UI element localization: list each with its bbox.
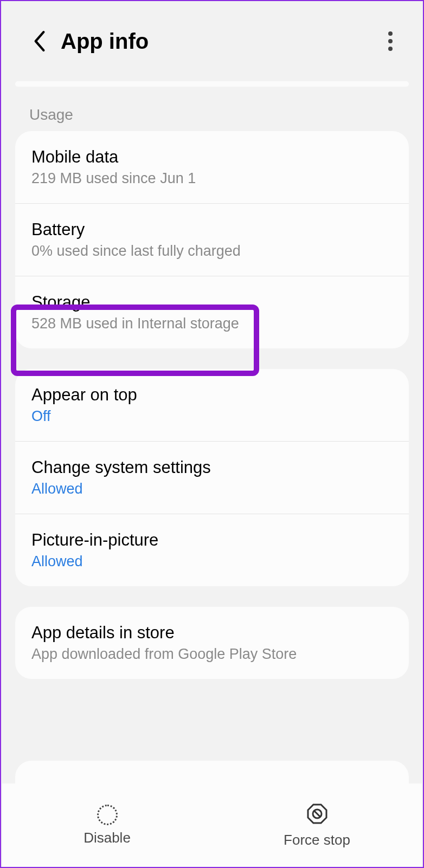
- force-stop-button[interactable]: Force stop: [212, 783, 422, 867]
- mobile-data-item[interactable]: Mobile data 219 MB used since Jun 1: [15, 131, 409, 204]
- mobile-data-subtitle: 219 MB used since Jun 1: [31, 170, 393, 187]
- storage-subtitle: 528 MB used in Internal storage: [31, 315, 393, 332]
- store-card: App details in store App downloaded from…: [15, 607, 409, 679]
- picture-in-picture-item[interactable]: Picture-in-picture Allowed: [15, 514, 409, 586]
- storage-item[interactable]: Storage 528 MB used in Internal storage: [15, 276, 409, 348]
- svg-line-5: [314, 811, 320, 817]
- svg-point-2: [388, 47, 393, 51]
- svg-point-0: [388, 31, 393, 36]
- battery-subtitle: 0% used since last fully charged: [31, 243, 393, 260]
- change-system-settings-status: Allowed: [31, 481, 393, 497]
- appear-on-top-status: Off: [31, 408, 393, 425]
- spacer: [1, 348, 423, 369]
- chevron-left-icon: [32, 30, 46, 53]
- partial-card: [15, 761, 409, 783]
- usage-card: Mobile data 219 MB used since Jun 1 Batt…: [15, 131, 409, 348]
- more-vertical-icon: [388, 31, 393, 51]
- spacer: [1, 586, 423, 607]
- force-stop-icon: [306, 802, 329, 827]
- app-details-title: App details in store: [31, 623, 393, 643]
- picture-in-picture-status: Allowed: [31, 553, 393, 570]
- storage-title: Storage: [31, 293, 393, 312]
- page-title: App info: [61, 29, 378, 54]
- picture-in-picture-title: Picture-in-picture: [31, 530, 393, 550]
- disable-icon: [97, 805, 118, 825]
- header: App info: [1, 1, 423, 81]
- permissions-card: Appear on top Off Change system settings…: [15, 369, 409, 586]
- battery-title: Battery: [31, 220, 393, 239]
- change-system-settings-title: Change system settings: [31, 458, 393, 477]
- app-details-subtitle: App downloaded from Google Play Store: [31, 646, 393, 663]
- appear-on-top-item[interactable]: Appear on top Off: [15, 369, 409, 442]
- svg-point-1: [388, 39, 393, 43]
- battery-item[interactable]: Battery 0% used since last fully charged: [15, 204, 409, 276]
- more-options-button[interactable]: [378, 29, 402, 53]
- mobile-data-title: Mobile data: [31, 147, 393, 167]
- divider: [15, 81, 409, 87]
- disable-button[interactable]: Disable: [2, 783, 212, 867]
- bottom-action-bar: Disable Force stop: [2, 783, 422, 867]
- disable-label: Disable: [83, 830, 131, 846]
- usage-section-label: Usage: [1, 87, 423, 131]
- app-details-item[interactable]: App details in store App downloaded from…: [15, 607, 409, 679]
- back-button[interactable]: [28, 30, 50, 52]
- change-system-settings-item[interactable]: Change system settings Allowed: [15, 442, 409, 514]
- appear-on-top-title: Appear on top: [31, 385, 393, 405]
- force-stop-label: Force stop: [284, 832, 350, 848]
